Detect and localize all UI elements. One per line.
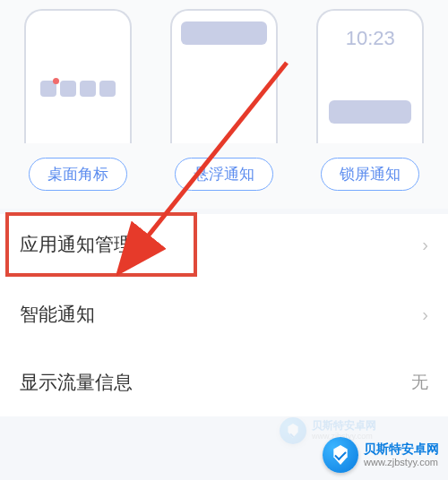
notif-label-lock[interactable]: 锁屏通知 bbox=[321, 158, 419, 191]
item-label: 智能通知 bbox=[20, 302, 95, 327]
chevron-right-icon: › bbox=[422, 304, 428, 325]
lock-time: 10:23 bbox=[318, 27, 422, 50]
watermark-title: 贝斯特安卓网 bbox=[364, 442, 439, 456]
list-item-show-traffic[interactable]: 显示流量信息 无 bbox=[0, 348, 448, 416]
preview-banner bbox=[170, 9, 278, 143]
notif-card-desktop[interactable]: 桌面角标 bbox=[24, 9, 132, 191]
item-label: 显示流量信息 bbox=[20, 370, 133, 395]
notif-card-banner[interactable]: 悬浮通知 bbox=[170, 9, 278, 191]
preview-desktop-badge bbox=[24, 9, 132, 143]
list-item-smart-notification[interactable]: 智能通知 › bbox=[0, 280, 448, 348]
notif-card-lock[interactable]: 10:23 锁屏通知 bbox=[316, 9, 424, 191]
chevron-right-icon: › bbox=[422, 235, 428, 255]
item-label: 应用通知管理 bbox=[20, 232, 133, 257]
watermark: 贝斯特安卓网 www.zjbstyy.com bbox=[323, 437, 439, 473]
notif-label-banner[interactable]: 悬浮通知 bbox=[175, 158, 273, 191]
watermark-logo-icon bbox=[323, 437, 358, 473]
notification-type-row: 桌面角标 悬浮通知 10:23 锁屏通知 bbox=[0, 0, 448, 209]
list-item-app-notification-management[interactable]: 应用通知管理 bbox=[7, 214, 195, 275]
preview-lockscreen: 10:23 bbox=[316, 9, 424, 143]
settings-list: 应用通知管理 › 智能通知 › 显示流量信息 无 bbox=[0, 214, 448, 416]
item-value: 无 bbox=[411, 371, 428, 394]
notif-label-desktop[interactable]: 桌面角标 bbox=[29, 158, 127, 191]
watermark-url: www.zjbstyy.com bbox=[364, 457, 439, 467]
